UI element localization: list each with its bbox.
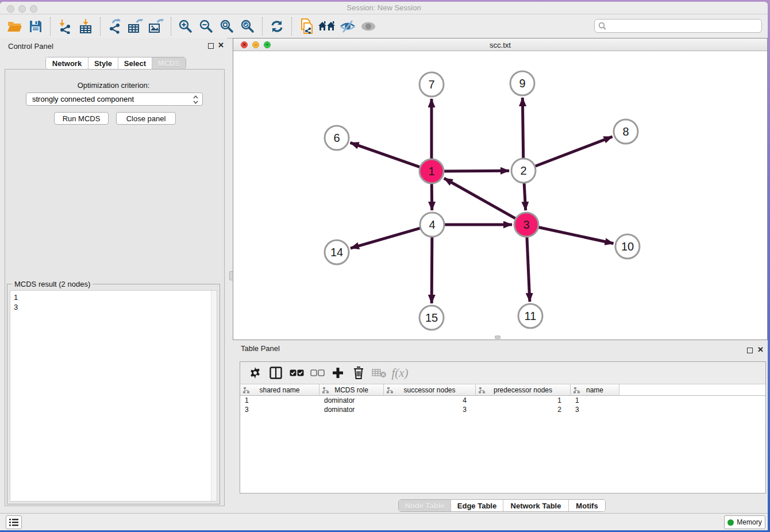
edge-1-4[interactable] (432, 182, 432, 210)
mcds-result-title: MCDS result (2 nodes) (12, 280, 93, 288)
table-panel: Table Panel ✕ (233, 340, 768, 513)
column-header-MCDS-role[interactable]: MCDS role (319, 384, 384, 396)
zoom-fit-icon[interactable] (217, 16, 237, 37)
save-session-icon[interactable] (25, 16, 46, 37)
table-row[interactable]: 3dominator323 (240, 405, 765, 414)
export-network-icon[interactable] (105, 16, 125, 37)
import-network-icon[interactable] (55, 16, 75, 37)
cell-shared-name[interactable]: 1 (240, 396, 319, 405)
cell-predecessor-nodes[interactable]: 1 (476, 396, 571, 405)
search-box[interactable] (594, 19, 762, 33)
column-header-predecessor-nodes[interactable]: predecessor nodes (476, 384, 571, 396)
select-all-columns-icon[interactable] (286, 365, 307, 381)
node-3[interactable]: 3 (514, 213, 538, 237)
cell-successor-nodes[interactable]: 4 (384, 396, 476, 405)
settings-gear-icon[interactable] (245, 365, 265, 381)
cell-shared-name[interactable]: 3 (240, 405, 319, 414)
session-title: Session: New Session (0, 3, 768, 12)
cell-MCDS-role[interactable]: dominator (319, 396, 384, 405)
node-1[interactable]: 1 (419, 159, 444, 183)
node-9[interactable]: 9 (510, 71, 534, 95)
column-layout-icon[interactable] (265, 365, 286, 381)
task-history-button[interactable] (6, 515, 22, 529)
tab-network[interactable]: Network (46, 57, 88, 69)
cell-predecessor-nodes[interactable]: 2 (476, 405, 571, 414)
cell-successor-nodes[interactable]: 3 (384, 405, 476, 414)
criterion-dropdown[interactable]: strongly connected component (26, 92, 203, 106)
delete-column-icon[interactable] (348, 365, 369, 381)
table-row[interactable]: 1dominator411 (240, 396, 765, 405)
mcds-result-values: 13 (10, 291, 217, 314)
control-panel-tabs: NetworkStyleSelectMCDS (45, 57, 186, 70)
criterion-value: strongly connected component (32, 95, 134, 103)
cell-name[interactable]: 1 (571, 396, 619, 405)
network-window-titlebar[interactable]: ✕ − + scc.txt (233, 38, 767, 51)
column-header-successor-nodes[interactable]: successor nodes (384, 384, 476, 396)
tab-mcds[interactable]: MCDS (152, 57, 186, 69)
network-graph-canvas[interactable]: 7968124314101511 (233, 51, 767, 340)
zoom-selected-icon[interactable] (237, 16, 258, 37)
edge-3-11[interactable] (527, 236, 530, 302)
tab-style[interactable]: Style (88, 57, 118, 69)
node-label: 15 (425, 311, 438, 324)
table-tab-network-table[interactable]: Network Table (503, 500, 568, 511)
refresh-icon[interactable] (267, 16, 287, 37)
node-2[interactable]: 2 (511, 159, 536, 183)
cell-MCDS-role[interactable]: dominator (319, 405, 384, 414)
edge-3-10[interactable] (537, 227, 614, 244)
edge-4-15[interactable] (432, 236, 432, 303)
node-11[interactable]: 11 (518, 304, 542, 328)
export-table-icon[interactable] (125, 16, 146, 37)
node-8[interactable]: 8 (614, 119, 638, 144)
result-scrollbar[interactable] (211, 291, 217, 501)
table-tab-motifs[interactable]: Motifs (568, 500, 605, 511)
zoom-in-icon[interactable] (175, 16, 196, 37)
node-14[interactable]: 14 (325, 240, 349, 264)
node-7[interactable]: 7 (419, 72, 444, 97)
node-label: 1 (428, 165, 434, 178)
mcds-result-area[interactable]: 13 (10, 290, 217, 502)
close-table-panel-icon[interactable]: ✕ (757, 345, 764, 354)
edge-2-8[interactable] (534, 137, 613, 167)
edge-4-14[interactable] (351, 228, 422, 248)
control-panel-title: Control Panel (8, 42, 53, 51)
node-label: 2 (520, 164, 526, 177)
node-label: 7 (428, 78, 434, 91)
hide-selected-icon[interactable] (337, 16, 358, 37)
edge-1-6[interactable] (351, 142, 421, 167)
open-session-icon[interactable] (5, 16, 25, 37)
cell-name[interactable]: 3 (571, 405, 619, 414)
edge-2-3[interactable] (524, 182, 526, 210)
tab-select[interactable]: Select (118, 57, 152, 69)
table-tab-node-table[interactable]: Node Table (399, 500, 451, 511)
close-panel-icon[interactable]: ✕ (218, 41, 224, 49)
table-tab-edge-table[interactable]: Edge Table (451, 500, 503, 511)
export-image-icon[interactable] (146, 16, 167, 37)
close-panel-button[interactable]: Close panel (116, 112, 176, 125)
zoom-out-icon[interactable] (196, 16, 217, 37)
add-column-icon[interactable] (328, 365, 348, 381)
import-table-icon[interactable] (75, 16, 96, 37)
memory-button[interactable]: Memory (724, 515, 765, 529)
edge-1-2[interactable] (442, 171, 509, 171)
column-header-name[interactable]: name (571, 384, 619, 396)
column-header-shared-name[interactable]: shared name (240, 384, 319, 396)
node-6[interactable]: 6 (325, 126, 349, 150)
run-mcds-button[interactable]: Run MCDS (54, 112, 109, 125)
float-panel-icon[interactable] (208, 43, 214, 49)
node-label: 4 (429, 218, 435, 231)
edge-3-1[interactable] (444, 178, 517, 219)
view-resize-handle[interactable] (495, 336, 500, 339)
node-4[interactable]: 4 (420, 213, 444, 237)
node-10[interactable]: 10 (615, 234, 640, 259)
node-label: 11 (525, 310, 537, 322)
two-houses-icon[interactable] (317, 16, 337, 37)
control-panel-titlebar: Control Panel ✕ (0, 38, 227, 53)
node-15[interactable]: 15 (419, 306, 444, 330)
clone-network-icon[interactable] (296, 16, 317, 37)
deselect-all-columns-icon[interactable] (307, 365, 328, 381)
edge-2-9[interactable] (522, 98, 523, 160)
search-input[interactable] (609, 22, 758, 30)
float-table-panel-icon[interactable] (747, 348, 753, 353)
dropdown-stepper-icon (192, 94, 199, 105)
